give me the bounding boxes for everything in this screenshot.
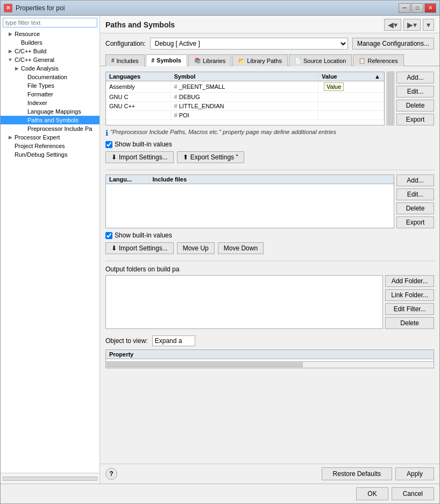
restore-defaults-button[interactable]: Restore Defaults: [322, 467, 392, 480]
sidebar-item-indexer[interactable]: Indexer: [1, 99, 100, 107]
tab-references[interactable]: 📋 References: [353, 54, 403, 66]
property-scrollbar[interactable]: [106, 361, 434, 368]
tab-symbols[interactable]: # Symbols: [146, 54, 187, 66]
config-select[interactable]: Debug [ Active ]: [150, 38, 348, 50]
close-button[interactable]: ✕: [424, 3, 436, 13]
export-include-button[interactable]: Export: [396, 216, 434, 228]
sidebar-item-langmappings[interactable]: Language Mappings: [1, 107, 100, 116]
bottom-left: ?: [105, 467, 117, 480]
edit-filter-button[interactable]: Edit Filter...: [385, 303, 434, 315]
help-button[interactable]: ?: [105, 468, 117, 480]
ok-button[interactable]: OK: [356, 487, 388, 500]
tab-libraries[interactable]: 📚 Libraries: [188, 54, 231, 66]
edit-include-button[interactable]: Edit...: [396, 188, 434, 200]
sidebar-item-ccbuild[interactable]: ▶ C/C++ Build: [1, 47, 100, 55]
librarypaths-tab-label: Library Paths: [247, 58, 282, 64]
import-btn-label: Import Settings...: [119, 153, 168, 161]
sidebar-item-builders[interactable]: Builders: [1, 38, 100, 47]
move-down-button[interactable]: Move Down: [218, 242, 264, 254]
apply-button[interactable]: Apply: [395, 467, 434, 480]
symbols-table: Languages Symbol Value ▲ Assembly # _REE…: [106, 72, 384, 120]
include-table-wrapper: Langu... Include files: [105, 174, 394, 228]
include-table-row: Langu... Include files: [105, 174, 434, 228]
import-settings2-button[interactable]: ⬇ Import Settings...: [105, 242, 174, 254]
manage-configurations-button[interactable]: Manage Configurations...: [352, 38, 434, 50]
sidebar-item-rundebugsettings[interactable]: Run/Debug Settings: [1, 150, 100, 159]
content-title: Paths and Symbols: [105, 20, 175, 29]
import-settings-button[interactable]: ⬇ Import Settings...: [105, 151, 174, 163]
arrow-resource: ▶: [7, 31, 13, 37]
label-ccgeneral: C/C++ General: [13, 57, 54, 63]
label-preprocessor: Preprocessor Include Pa: [26, 125, 92, 132]
sidebar-scrollbar[interactable]: [1, 473, 100, 484]
include-buttons: Add... Edit... Delete Export: [396, 174, 434, 228]
label-langmappings: Language Mappings: [26, 108, 81, 115]
right-content: Paths and Symbols ◀▾ ▶▾ ▾ Configuration:…: [100, 16, 439, 484]
value-littleendian: [318, 102, 384, 111]
show-builtin-checkbox[interactable]: [105, 141, 112, 148]
cancel-button[interactable]: Cancel: [392, 487, 434, 500]
references-tab-label: References: [367, 58, 398, 64]
col-languages: Languages: [106, 72, 171, 81]
add-folder-button[interactable]: Add Folder...: [385, 275, 434, 287]
sidebar-item-codeanalysis[interactable]: ▶ Code Analysis: [1, 64, 100, 73]
symbol-reent: # _REENT_SMALL: [171, 81, 318, 93]
maximize-button[interactable]: □: [411, 3, 423, 13]
lang-blank: [106, 111, 171, 120]
delete-symbol-button[interactable]: Delete: [396, 100, 434, 111]
table-row[interactable]: [106, 184, 394, 187]
import-export-row: ⬇ Import Settings... ⬆ Export Settings ": [105, 151, 434, 163]
header-nav: ◀▾ ▶▾ ▾: [384, 19, 434, 31]
sidebar-item-formatter[interactable]: Formatter: [1, 90, 100, 99]
add-symbol-button[interactable]: Add...: [396, 72, 434, 83]
sidebar-scroll-thumb[interactable]: [3, 477, 97, 481]
table-row[interactable]: Assembly # _REENT_SMALL Value: [106, 81, 384, 93]
sidebar-item-projectreferences[interactable]: Project References: [1, 142, 100, 150]
export-settings-button[interactable]: ⬆ Export Settings ": [177, 151, 244, 163]
move-row: ⬇ Import Settings... Move Up Move Down: [105, 242, 434, 254]
info-row: ℹ "Preprocessor Include Paths, Macros et…: [105, 129, 434, 137]
table-row[interactable]: # POI: [106, 111, 384, 120]
config-label: Configuration:: [105, 40, 146, 47]
sidebar-item-resource[interactable]: ▶ Resource: [1, 30, 100, 38]
nav-forward-button[interactable]: ▶▾: [403, 19, 421, 31]
table-row[interactable]: GNU C++ # LITTLE_ENDIAN: [106, 102, 384, 111]
move-up-button[interactable]: Move Up: [177, 242, 215, 254]
show-builtin-row: Show built-in values: [105, 141, 434, 148]
window-controls: ─ □ ✕: [399, 3, 436, 13]
sidebar-item-ccgeneral[interactable]: ▼ C/C++ General: [1, 55, 100, 64]
filter-input[interactable]: [3, 18, 97, 27]
tab-sourcelocation[interactable]: 📄 Source Location: [289, 54, 352, 66]
sidebar-search[interactable]: [3, 18, 97, 27]
tooltip-value: Value: [324, 82, 344, 91]
nav-back-button[interactable]: ◀▾: [384, 19, 401, 31]
nav-menu-button[interactable]: ▾: [423, 19, 434, 31]
col-value: Value ▲: [318, 72, 384, 81]
sidebar-item-processorexpert[interactable]: ▶ Processor Expert: [1, 133, 100, 142]
property-table: Property: [106, 350, 434, 361]
add-include-button[interactable]: Add...: [396, 174, 434, 186]
delete-include-button[interactable]: Delete: [396, 202, 434, 214]
sidebar-item-filetypes[interactable]: File Types: [1, 81, 100, 90]
link-folder-button[interactable]: Link Folder...: [385, 289, 434, 301]
import2-btn-label: Import Settings...: [119, 244, 168, 252]
sidebar-item-preprocessor[interactable]: Preprocessor Include Pa: [1, 124, 100, 133]
minimize-button[interactable]: ─: [399, 3, 410, 13]
symbols-table-wrapper: Languages Symbol Value ▲ Assembly # _REE…: [105, 72, 385, 125]
object-row: Object to view:: [105, 335, 434, 346]
symbols-scrollbar[interactable]: [387, 72, 394, 125]
sidebar-item-pathssymbols[interactable]: Paths and Symbols: [1, 116, 100, 124]
tab-librarypaths[interactable]: 📂 Library Paths: [232, 54, 288, 66]
object-input[interactable]: [152, 335, 195, 346]
show-builtin2-checkbox[interactable]: [105, 232, 112, 239]
include-lang-empty: [106, 184, 149, 187]
app-icon: ✕: [4, 4, 12, 12]
tab-includes[interactable]: # Includes: [105, 54, 145, 66]
output-list[interactable]: [105, 275, 383, 329]
table-row[interactable]: GNU C # DEBUG: [106, 93, 384, 102]
delete-output-button[interactable]: Delete: [385, 317, 434, 329]
col-property: Property: [106, 350, 434, 359]
edit-symbol-button[interactable]: Edit...: [396, 86, 434, 97]
export-symbol-button[interactable]: Export: [396, 114, 434, 125]
sidebar-item-documentation[interactable]: Documentation: [1, 73, 100, 81]
